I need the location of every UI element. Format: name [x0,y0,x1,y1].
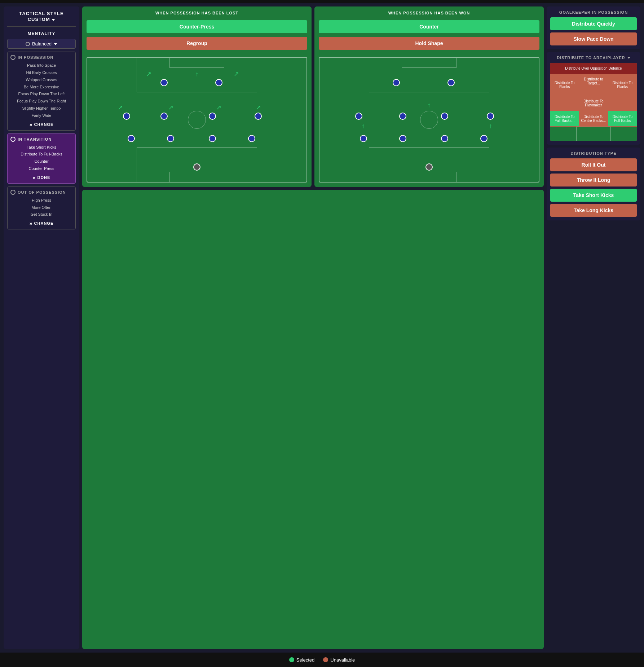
bottom-green-area [82,190,544,649]
arrow-w1: ↑ [428,101,431,109]
change-chevron-icon [30,122,33,127]
cell-playmaker[interactable]: Distribute To Playmaker [579,96,608,111]
field-grid-row-2: Distribute To Flanks Distribute to Targe… [550,74,637,95]
regroup-btn[interactable]: Regroup [87,37,307,50]
item-focus-right[interactable]: Focus Play Down The Right [10,98,72,105]
distribute-quickly-btn[interactable]: Distribute Quickly [550,17,637,30]
take-long-kicks-btn[interactable]: Take Long Kicks [550,204,637,217]
in-possession-label: IN POSSESSION [18,55,53,60]
cell-empty-left[interactable] [550,96,579,111]
pitch-lost: ↗ ↑ ↗ ↗ ↗ ↗ ↗ [87,57,307,183]
distribute-area-chevron-icon [627,57,630,59]
player-4 [160,113,168,120]
player-w7 [360,135,367,142]
player-1 [160,79,168,86]
cell-empty-right[interactable] [608,96,637,111]
cell-fullbacks-left[interactable]: Distribute To Full-Backs... [550,111,579,126]
item-fairly-wide[interactable]: Fairly Wide [10,112,72,119]
item-whipped-crosses[interactable]: Whipped Crosses [10,76,72,84]
selected-status: Selected [289,657,315,663]
in-possession-items: Pass Into Space Hit Early Crosses Whippe… [10,62,72,119]
item-be-more-expressive[interactable]: Be More Expressive [10,84,72,91]
in-transition-items: Take Short Kicks Distribute To Full-Back… [10,144,72,172]
sidebar: TACTICAL STYLE CUSTOM MENTALITY Balanced… [4,6,79,649]
item-counter-press[interactable]: Counter-Press [10,165,72,172]
possession-lost-panel: WHEN POSSESSION HAS BEEN LOST Counter-Pr… [82,6,312,187]
in-transition-icon [10,137,16,142]
player-w9 [441,135,448,142]
player-7 [128,135,135,142]
mentality-dropdown[interactable]: Balanced [7,39,76,49]
out-of-possession-label: OUT OF POSSESSION [18,190,66,194]
item-take-short-kicks[interactable]: Take Short Kicks [10,144,72,151]
player-w10 [480,135,488,142]
distribution-type-panel: DISTRIBUTION TYPE Roll It Out Throw It L… [547,148,640,220]
unavailable-label: Unavailable [330,657,355,663]
arrow-3: ↗ [234,70,239,78]
distribute-area-panel: DISTRIBUTE TO AREA/PLAYER Distribute Ove… [547,52,640,145]
divider-1 [7,26,76,27]
sidebar-title-block: TACTICAL STYLE CUSTOM [7,11,76,22]
mentality-label: MENTALITY [7,31,76,36]
selected-label: Selected [296,657,315,663]
counter-btn[interactable]: Counter [319,20,539,33]
cell-flanks-left[interactable]: Distribute To Flanks [550,74,579,95]
selected-dot [289,657,294,662]
unavailable-status: Unavailable [323,657,355,663]
hold-shape-btn[interactable]: Hold Shape [319,37,539,50]
item-distribute-full-backs[interactable]: Distribute To Full-Backs [10,151,72,158]
field-grid: Distribute Over Opposition Defence Distr… [550,63,637,141]
throw-it-long-btn[interactable]: Throw It Long [550,174,637,187]
player-w5 [441,113,448,120]
in-possession-change-btn[interactable]: CHANGE [10,122,72,127]
cell-flanks-right[interactable]: Distribute To Flanks [608,74,637,95]
out-of-possession-header: OUT OF POSSESSION [10,190,72,195]
mentality-icon [26,42,30,46]
player-2 [215,79,222,86]
counter-press-btn[interactable]: Counter-Press [87,20,307,33]
in-transition-done-btn[interactable]: DONE [10,175,72,180]
cell-centrebacks[interactable]: Distribute To Centre-Backs... [579,111,608,126]
in-transition-label: IN TRANSITION [18,137,52,141]
roll-it-out-btn[interactable]: Roll It Out [550,158,637,171]
distribute-area-label: DISTRIBUTE TO AREA/PLAYER [557,56,625,60]
item-counter[interactable]: Counter [10,158,72,165]
player-w4 [399,113,406,120]
player-w1 [393,79,400,86]
out-of-possession-section: OUT OF POSSESSION High Press More Often … [7,187,76,229]
item-more-often[interactable]: More Often [10,204,72,211]
slow-pace-down-btn[interactable]: Slow Pace Down [550,32,637,45]
item-high-press[interactable]: High Press [10,197,72,204]
arrow-6: ↗ [216,104,221,111]
in-transition-section: IN TRANSITION Take Short Kicks Distribut… [7,133,76,184]
arrow-5: ↗ [168,104,173,111]
oop-change-chevron-icon [30,220,33,226]
cell-fullbacks-right[interactable]: Distribute To Full-Backs [608,111,637,126]
arrow-4: ↗ [118,104,123,111]
custom-dropdown[interactable]: CUSTOM [7,17,76,22]
in-possession-change-label: CHANGE [34,122,54,127]
distribution-type-title: DISTRIBUTION TYPE [550,151,637,155]
player-6 [255,113,262,120]
done-chevron-icon [33,175,36,180]
player-5 [209,113,216,120]
item-hit-early-crosses[interactable]: Hit Early Crosses [10,69,72,76]
out-of-possession-change-label: CHANGE [34,221,54,225]
item-higher-tempo[interactable]: Slightly Higher Tempo [10,105,72,112]
item-focus-left[interactable]: Focus Play Down The Left [10,91,72,98]
mentality-chevron-icon [54,43,57,45]
take-short-kicks-btn[interactable]: Take Short Kicks [550,189,637,202]
distribute-area-title[interactable]: DISTRIBUTE TO AREA/PLAYER [550,56,637,60]
in-possession-section: IN POSSESSION Pass Into Space Hit Early … [7,52,76,130]
item-pass-into-space[interactable]: Pass Into Space [10,62,72,69]
in-transition-done-label: DONE [38,175,50,180]
cell-target[interactable]: Distribute to Target... [579,74,608,95]
goalkeeper-won [425,163,433,171]
player-10 [248,135,255,142]
cell-over-opposition[interactable]: Distribute Over Opposition Defence [550,63,637,74]
possession-won-title: WHEN POSSESSION HAS BEEN WON [319,11,539,15]
main-container: TACTICAL STYLE CUSTOM MENTALITY Balanced… [0,3,644,653]
possession-won-panel: WHEN POSSESSION HAS BEEN WON Counter Hol… [314,6,544,187]
out-of-possession-change-btn[interactable]: CHANGE [10,220,72,226]
item-get-stuck-in[interactable]: Get Stuck In [10,211,72,218]
